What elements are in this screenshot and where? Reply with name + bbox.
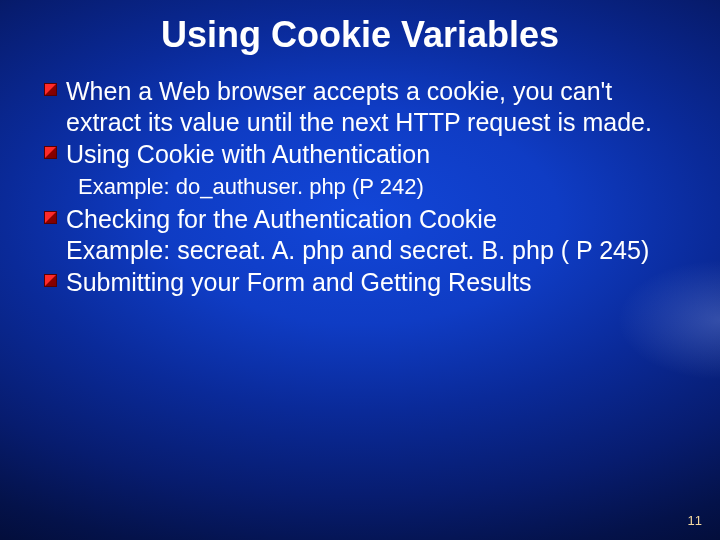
sub-item: Example: do_authuser. php (P 242) [44, 174, 690, 201]
slide-content: When a Web browser accepts a cookie, you… [44, 74, 690, 298]
continuation-line: Example: secreat. A. php and secret. B. … [44, 235, 690, 266]
page-number: 11 [688, 513, 702, 528]
bullet-item: Using Cookie with Authentication [44, 139, 690, 170]
slide: Using Cookie Variables When a Web browse… [0, 0, 720, 540]
slide-title: Using Cookie Variables [0, 14, 720, 56]
bullet-item: Submitting your Form and Getting Results [44, 267, 690, 298]
bullet-item: When a Web browser accepts a cookie, you… [44, 76, 690, 137]
bullet-item: Checking for the Authentication Cookie [44, 204, 690, 235]
